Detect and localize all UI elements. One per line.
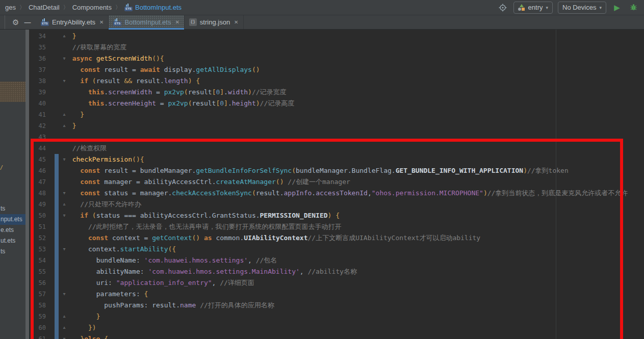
line-number[interactable]: 48 [35,188,46,199]
code-text[interactable]: //检查权限 [64,143,107,154]
project-tree-item[interactable]: nput.ets [0,214,25,225]
code-text[interactable]: } [64,120,76,132]
code-text[interactable]: const result = bundleManager.getBundleIn… [64,165,569,176]
project-tree-item[interactable]: ts [0,203,25,214]
code-token: , [248,256,256,264]
code-token: //只处理不允许咋办 [80,200,141,208]
close-icon[interactable]: ✕ [175,19,179,25]
line-number[interactable]: 55 [35,266,46,277]
code-text[interactable]: this.screenWidth = px2vp(result[0].width… [64,87,287,98]
code-token: () [192,234,204,242]
code-text[interactable]: //此时拒绝了，无法录音，也无法再申请，我们要打开系统的权限配置页面去手动打开 [64,221,342,232]
code-token [64,167,80,174]
line-number[interactable]: 53 [35,244,46,255]
tab-entryability-ets[interactable]: ETSEntryAbility.ets✕ [36,15,109,29]
code-text[interactable]: const status = manager.checkAccessTokenS… [64,188,628,199]
line-number[interactable]: 46 [35,165,46,176]
code-text[interactable]: } [64,311,100,322]
code-text[interactable]: }else { [64,333,108,339]
code-token: result [104,66,132,73]
code-text[interactable]: abilityName: 'com.huawei.hmos.settings.M… [64,266,357,277]
line-number[interactable]: 59 [35,311,46,322]
code-text[interactable]: if (result && result.length) { [64,75,200,87]
line-number[interactable]: 54 [35,255,46,266]
line-number[interactable]: 42 [35,120,46,132]
code-token: ] [220,88,224,96]
code-text[interactable]: if (status === abilityAccessCtrl.GrantSt… [64,210,340,221]
code-token: //记录高度 [260,99,295,107]
code-token [64,212,80,219]
hide-panel-icon[interactable]: — [24,18,31,26]
device-selector[interactable]: No Devices ▾ [558,2,606,14]
code-token: result [136,77,160,85]
tab-label: EntryAbility.ets [52,18,95,26]
line-number[interactable]: 40 [35,98,46,109]
line-number[interactable]: 38 [35,75,46,87]
line-number[interactable]: 37 [35,64,46,75]
project-tree-item[interactable]: ut.ets [0,236,25,246]
line-number[interactable]: 34 [35,31,46,42]
line-number[interactable]: 51 [35,221,46,232]
line-number[interactable]: 43 [35,132,46,143]
locate-file-button[interactable] [497,2,508,13]
code-text[interactable]: uri: "application_info_entry", //详细页面 [64,277,254,289]
code-text[interactable]: } [64,109,84,120]
line-number[interactable]: 52 [35,232,46,244]
code-text[interactable]: async getScreenWidth(){ [64,53,164,64]
module-selector[interactable]: entry ▾ [513,2,553,14]
code-text[interactable]: }) [64,322,96,333]
code-text[interactable]: const result = await display.getAllDispl… [64,64,260,75]
close-icon[interactable]: ✕ [234,19,238,25]
code-line: 48▿ const status = manager.checkAccessTo… [0,188,644,199]
breadcrumb-item[interactable]: Compoments [72,4,112,11]
line-number[interactable]: 57 [35,289,46,300]
code-text[interactable]: parameters: { [64,289,148,300]
code-token [64,155,72,163]
line-number[interactable]: 61 [35,333,46,339]
code-token: //包名 [256,256,277,264]
close-icon[interactable]: ✕ [99,19,104,25]
line-number[interactable]: 50 [35,210,46,221]
line-number[interactable]: 35 [35,42,46,53]
breadcrumb-item[interactable]: ges [5,4,16,11]
code-text[interactable]: context.startAbility({ [64,244,176,255]
line-number[interactable]: 60 [35,322,46,333]
code-text[interactable]: pushParams: result.name //打开的具体的应用名称 [64,300,274,311]
tab-bottominput-ets[interactable]: ETSBottomInput.ets✕ [109,15,184,29]
run-button[interactable]: ▶ [611,2,623,13]
gear-icon[interactable]: ⚙ [12,18,19,27]
module-icon [518,4,525,11]
breadcrumb-item[interactable]: ChatDetail [29,4,60,11]
line-number[interactable]: 45 [35,154,46,165]
code-text[interactable]: checkPermission(){ [64,154,144,165]
breadcrumb-file[interactable]: ETSBottomInput.ets [124,4,182,11]
line-number[interactable]: 49 [35,199,46,210]
code-token: async [72,55,96,62]
vcs-change-marker [55,277,59,289]
line-number[interactable]: 36 [35,53,46,64]
line-number[interactable]: 39 [35,87,46,98]
code-token: checkPermission [72,155,132,163]
project-tree-item[interactable]: ts [0,246,25,257]
line-number[interactable]: 56 [35,277,46,289]
code-text[interactable]: bundleName: 'com.huawei.hmos.settings', … [64,255,277,266]
code-text[interactable]: this.screenHeight = px2vp(result[0].heig… [64,98,294,109]
project-panel-scrollbar[interactable] [25,30,29,339]
code-text[interactable]: const context = getContext() as common.U… [64,232,480,244]
line-number[interactable]: 47 [35,176,46,188]
code-text[interactable]: const manager = abilityAccessCtrl.create… [64,176,350,188]
code-text[interactable]: //只处理不允许咋办 [64,199,141,210]
line-number[interactable]: 44 [35,143,46,154]
debug-button[interactable] [628,2,639,13]
code-text[interactable]: } [64,31,76,42]
code-text[interactable]: //获取屏幕的宽度 [64,42,126,53]
code-token [64,301,104,309]
line-number[interactable]: 58 [35,300,46,311]
tab-string-json[interactable]: {}string.json✕ [185,15,244,29]
code-token: : [136,256,144,264]
code-token: } [72,32,76,40]
code-token: "application_info_entry" [116,279,212,286]
line-number[interactable]: 41 [35,109,46,120]
breadcrumb-separator-icon: 〉 [19,4,25,11]
project-tree-item[interactable]: e.ets [0,225,25,236]
